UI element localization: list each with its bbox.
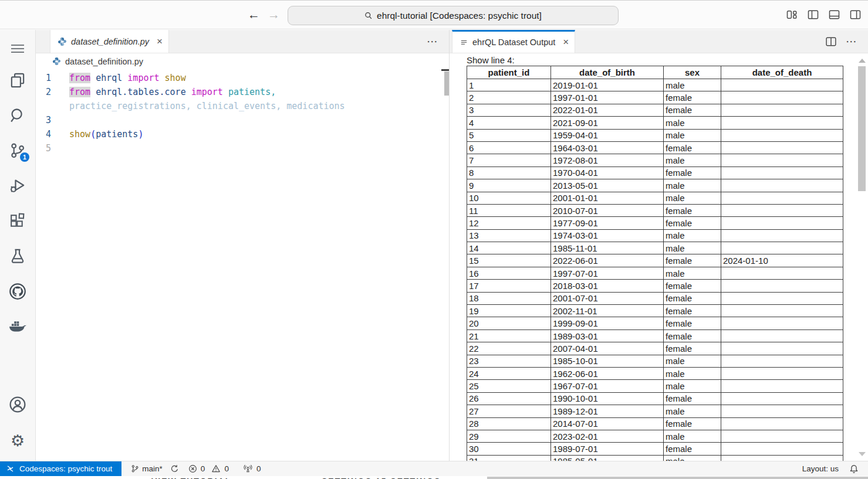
table-cell: 1989-03-01 [551, 329, 664, 342]
code-line: 4show(patients) [36, 127, 449, 141]
table-cell: 2022-01-01 [551, 104, 664, 116]
remote-icon [6, 464, 15, 473]
tab-ehrql-dataset-output[interactable]: ehrQL Dataset Output × [452, 30, 575, 53]
table-cell: female [664, 91, 721, 104]
scroll-up-arrow-icon[interactable] [859, 59, 866, 63]
table-cell: 2014-07-01 [551, 417, 664, 430]
table-cell: 2013-05-01 [551, 179, 664, 192]
table-cell: 1977-09-01 [551, 217, 664, 229]
table-column-header: patient_id [467, 66, 551, 79]
table-row: 121977-09-01female [467, 217, 843, 229]
table-cell: 1 [467, 79, 551, 91]
close-tab-icon[interactable]: × [563, 38, 569, 46]
close-tab-icon[interactable]: × [157, 38, 163, 46]
warning-icon [211, 464, 221, 473]
table-cell [721, 355, 843, 367]
toggle-secondary-sidebar-icon[interactable] [850, 10, 861, 19]
table-row: 182001-07-01female [467, 292, 843, 304]
sidebar-item-explorer[interactable] [5, 67, 31, 93]
back-arrow-icon[interactable]: ← [248, 7, 260, 22]
table-cell: 1970-04-01 [551, 167, 664, 179]
tab-dataset-definition[interactable]: dataset_definition.py × [50, 30, 169, 53]
accounts-button[interactable] [5, 392, 31, 417]
table-row: 21997-01-01female [467, 91, 843, 104]
table-cell: female [664, 141, 721, 154]
table-cell [721, 417, 843, 430]
table-cell: 29 [467, 430, 551, 442]
table-cell: female [664, 342, 721, 355]
table-cell: 1989-07-01 [551, 443, 664, 455]
breadcrumb[interactable]: dataset_definition.py [36, 53, 449, 69]
code-token: from [69, 87, 90, 97]
code-token [186, 87, 191, 97]
output-panel-group: ehrQL Dataset Output × ⋯ Show line 4: pa… [450, 30, 868, 461]
table-cell: 15 [467, 254, 551, 267]
table-cell: 2023-02-01 [551, 430, 664, 442]
clipped-background-text: SETTINGS 15 SETTINGS [322, 477, 441, 479]
table-cell [721, 229, 843, 242]
code-token: show [69, 129, 90, 140]
table-cell: male [664, 405, 721, 417]
branch-label: main* [142, 464, 163, 473]
table-cell: 1964-03-01 [551, 141, 664, 154]
menu-button[interactable] [5, 36, 31, 62]
toggle-panel-icon[interactable] [829, 10, 840, 19]
remote-indicator[interactable]: Codespaces: psychic trout [0, 461, 121, 476]
panel-scrollbar[interactable] [858, 66, 866, 191]
sidebar-item-extensions[interactable] [5, 208, 31, 234]
layout-controls [786, 10, 861, 19]
table-row: 241962-06-01male [467, 367, 843, 379]
notifications-bell-icon[interactable] [849, 464, 859, 474]
table-cell: 4 [467, 117, 551, 129]
keyboard-layout-item[interactable]: Layout: us [802, 464, 839, 473]
sidebar-item-run-debug[interactable] [5, 173, 31, 199]
line-number: 4 [36, 127, 69, 141]
tab-label: dataset_definition.py [71, 37, 149, 46]
scm-changes-badge: 1 [20, 152, 29, 162]
command-center-label: ehrql-tutorial [Codespaces: psychic trou… [377, 11, 542, 21]
split-editor-icon[interactable] [826, 37, 836, 46]
branch-status-item[interactable]: main* [131, 464, 179, 473]
command-center-search[interactable]: ehrql-tutorial [Codespaces: psychic trou… [288, 6, 619, 25]
editor-more-actions-icon[interactable]: ⋯ [427, 35, 438, 48]
sidebar-item-docker[interactable] [5, 314, 31, 339]
customize-layout-icon[interactable] [786, 10, 798, 19]
table-cell [721, 79, 843, 91]
docker-whale-icon [8, 318, 27, 335]
forward-arrow-icon[interactable]: → [268, 7, 280, 22]
github-octocat-icon [9, 283, 26, 300]
table-cell: female [664, 443, 721, 455]
code-line: 3 [36, 113, 449, 127]
account-person-icon [9, 396, 26, 413]
sidebar-item-search[interactable] [5, 103, 31, 128]
settings-button[interactable]: ⚙ [5, 428, 31, 454]
sidebar-item-github[interactable] [5, 278, 31, 304]
table-cell [721, 179, 843, 192]
table-cell: 13 [467, 229, 551, 242]
code-line: practice_registrations, clinical_events,… [36, 99, 449, 113]
toggle-primary-sidebar-icon[interactable] [808, 10, 819, 19]
sidebar-item-testing[interactable] [5, 243, 31, 269]
table-cell: 12 [467, 217, 551, 229]
code-token: ehrql [96, 73, 122, 83]
code-token: from [69, 73, 90, 83]
code-editor[interactable]: 1from ehrql import show2from ehrql.table… [36, 69, 449, 155]
vscode-window: ← → ehrql-tutorial [Codespaces: psychic … [0, 0, 868, 479]
table-cell: female [664, 204, 721, 216]
sidebar-item-source-control[interactable]: 1 [5, 138, 31, 164]
table-cell: male [664, 229, 721, 242]
run-and-debug-icon [9, 178, 26, 194]
table-cell [721, 192, 843, 204]
panel-more-actions-icon[interactable]: ⋯ [846, 35, 857, 48]
ports-status-item[interactable]: 0 [243, 464, 261, 473]
scroll-down-arrow-icon[interactable] [859, 452, 866, 456]
table-cell: 14 [467, 242, 551, 254]
table-cell: 1974-03-01 [551, 229, 664, 242]
table-row: 251967-07-01male [467, 380, 843, 392]
table-row: 71972-08-01male [467, 154, 843, 167]
table-cell [721, 242, 843, 254]
table-row: 42021-09-01male [467, 117, 843, 129]
gear-icon: ⚙ [11, 432, 25, 450]
problems-status-item[interactable]: 0 0 [188, 464, 229, 473]
line-number: 2 [36, 85, 69, 99]
